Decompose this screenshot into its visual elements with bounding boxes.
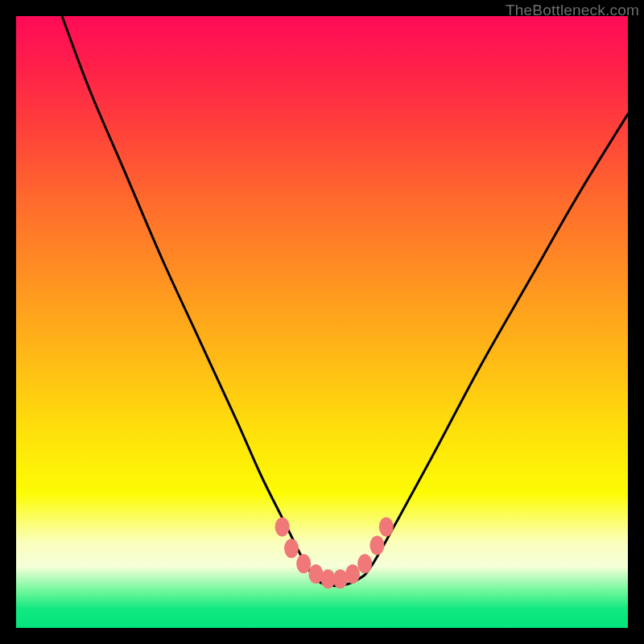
chart-frame: TheBottleneck.com [0, 0, 644, 644]
bottleneck-curve [62, 16, 628, 586]
plot-area [16, 16, 628, 628]
curve-svg [16, 16, 628, 628]
curve-marker [308, 564, 323, 584]
curve-marker [357, 554, 372, 573]
curve-marker [379, 518, 394, 537]
curve-marker [296, 554, 311, 573]
curve-marker [369, 535, 384, 555]
curve-marker [284, 539, 299, 558]
curve-marker [345, 564, 360, 584]
markers [275, 518, 394, 589]
curve-marker [275, 518, 290, 537]
curve-marker [333, 569, 348, 588]
